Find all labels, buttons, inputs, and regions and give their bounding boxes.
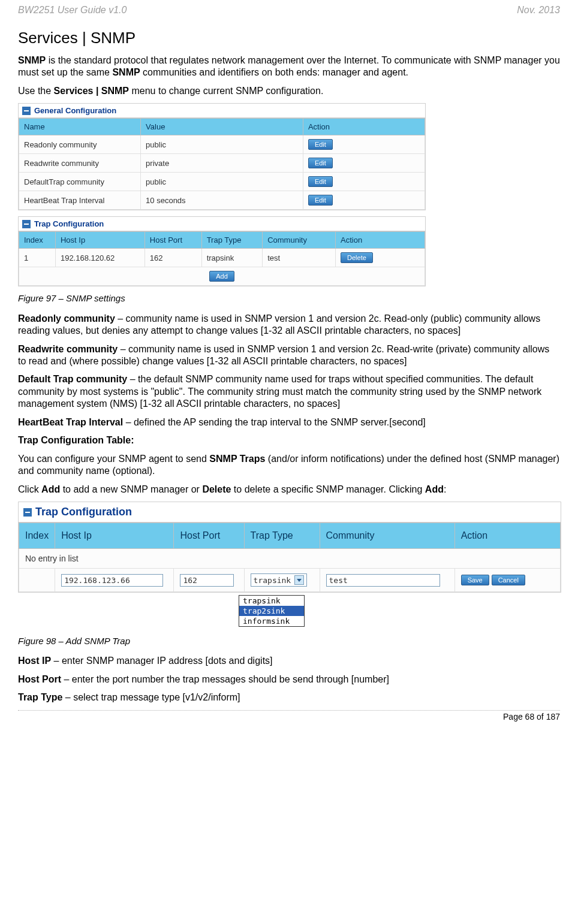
page-header: BW2251 User Guide v1.0 Nov. 2013 [18,5,560,16]
page-number: Page 68 of 187 [503,712,560,721]
def-term: Trap Configuration Table: [18,435,134,445]
trap-type-select[interactable]: trapsink [251,573,308,587]
general-config-table: General Configuration Name Value Action … [18,103,426,210]
def-term: Trap Type [18,692,62,702]
table-row: DefaultTrap community public Edit [19,173,425,191]
bold: SNMP Traps [209,454,265,464]
intro-paragraph-2: Use the Services | SNMP menu to change c… [18,85,560,97]
col-port: Host Port [144,232,201,249]
col-comm: Community [320,523,454,549]
header-left: BW2251 User Guide v1.0 [18,5,127,16]
host-port-input[interactable]: 162 [180,574,234,587]
save-button[interactable]: Save [461,575,489,585]
cell-value: public [141,135,303,154]
input-row: 192.168.123.66 162 trapsink test Save Ca… [19,569,561,592]
cell-port: 162 [144,249,201,267]
trap-config-table: Trap Configuration Index Host Ip Host Po… [18,216,426,286]
trap-config-heading: Trap Configuration Table: [18,434,560,446]
table-row: 1 192.168.120.62 162 trapsink test Delet… [19,249,425,267]
intro-bold-snmp: SNMP [18,55,46,65]
cell-action: Edit [303,135,425,154]
trap-type-dropdown[interactable]: trapsink trap2sink informsink [239,595,305,627]
col-action: Action [454,523,560,549]
col-name: Name [19,119,141,135]
option-trapsink[interactable]: trapsink [239,596,304,606]
trap-title-bar: Trap Configuration [19,217,425,231]
header-row: Name Value Action [19,119,425,135]
cell-action: Edit [303,173,425,191]
def-traptype: Trap Type – select trap message type [v1… [18,692,560,703]
col-type: Trap Type [244,523,320,549]
col-index: Index [19,523,55,549]
cell-type: trapsink [201,249,263,267]
txt: You can configure your SNMP agent to sen… [18,454,209,464]
header-row: Index Host Ip Host Port Trap Type Commun… [19,523,561,549]
host-ip-input[interactable]: 192.168.123.66 [61,574,163,587]
edit-button[interactable]: Edit [308,176,333,187]
def-readwrite: Readwrite community – community name is … [18,343,560,368]
cell-value: 10 seconds [141,191,303,210]
cell-value: public [141,173,303,191]
def-term: HeartBeat Trap Interval [18,417,126,427]
txt: : [444,484,446,494]
cell-index: 1 [19,249,56,267]
chevron-down-icon [294,575,304,585]
option-informsink[interactable]: informsink [239,616,304,626]
collapse-icon[interactable] [23,508,32,517]
option-trap2sink[interactable]: trap2sink [239,606,304,616]
def-heartbeat: HeartBeat Trap Interval – defined the AP… [18,416,560,428]
cell-name: Readonly community [19,135,141,154]
delete-button[interactable]: Delete [341,252,373,263]
col-host: Host Ip [55,232,144,249]
click-add-desc: Click Add to add a new SNMP manager or D… [18,484,560,496]
col-action: Action [303,119,425,135]
add-row: Add [19,267,425,286]
edit-button[interactable]: Edit [308,139,333,150]
table-row: HeartBeat Trap Interval 10 seconds Edit [19,191,425,210]
header-right: Nov. 2013 [517,5,560,16]
def-text: – enter the port number the trap message… [61,674,389,684]
intro-bold-snmp2: SNMP [112,67,140,77]
collapse-icon[interactable] [22,107,31,115]
cell-host: 192.168.120.62 [55,249,144,267]
cancel-button[interactable]: Cancel [492,575,525,585]
figure-caption-2: Figure 98 – Add SNMP Trap [18,635,560,647]
cell-name: DefaultTrap community [19,173,141,191]
def-hostip: Host IP – enter SNMP manager IP address … [18,655,560,667]
def-readonly: Readonly community – community name is u… [18,313,560,337]
intro-bold-menu: Services | SNMP [54,86,129,96]
intro-paragraph-1: SNMP is the standard protocol that regul… [18,55,560,79]
def-text: – select trap message type [v1/v2/inform… [62,692,240,702]
col-action: Action [336,232,425,249]
general-title-bar: General Configuration [19,104,425,118]
def-term: Readonly community [18,313,115,324]
def-deftrap: Default Trap community – the default SNM… [18,373,560,410]
cell-name: Readwrite community [19,154,141,173]
txt: to add a new SNMP manager or [60,484,202,494]
def-text: – defined the AP sending the trap interv… [126,417,426,427]
table-row: Readonly community public Edit [19,135,425,154]
def-term: Readwrite community [18,344,118,354]
col-index: Index [19,232,56,249]
col-comm: Community [263,232,336,249]
def-text: – enter SNMP manager IP address [dots an… [51,656,272,666]
cell-action: Delete [336,249,425,267]
trap2-title-bar: Trap Configuration [19,502,561,523]
no-entry-text: No entry in list [19,549,561,569]
page-footer: Page 68 of 187 [18,710,560,721]
collapse-icon[interactable] [22,220,31,228]
intro-text2: communities and identifiers on both ends… [140,67,408,77]
edit-button[interactable]: Edit [308,195,333,206]
txt: to delete a specific SNMP manager. Click… [231,484,425,494]
figure-caption-1: Figure 97 – SNMP settings [18,292,560,304]
community-input[interactable]: test [326,574,440,587]
def-term: Default Trap community [18,374,127,384]
page-title: Services | SNMP [18,29,560,47]
def-hostport: Host Port – enter the port number the tr… [18,674,560,686]
edit-button[interactable]: Edit [308,158,333,168]
col-type: Trap Type [201,232,263,249]
header-row: Index Host Ip Host Port Trap Type Commun… [19,232,425,249]
col-value: Value [141,119,303,135]
intro2-text2: menu to change current SNMP configuratio… [129,86,323,96]
add-button[interactable]: Add [209,271,234,282]
